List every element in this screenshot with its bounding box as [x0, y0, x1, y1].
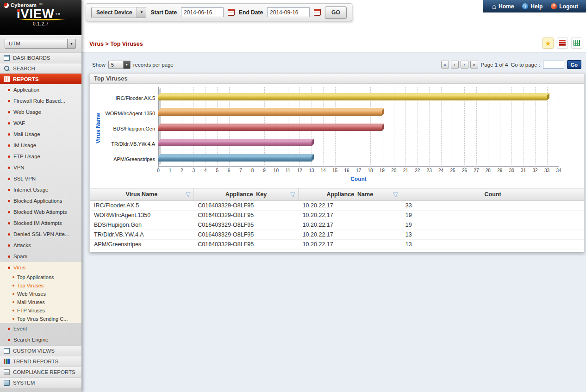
topnav-home[interactable]: ⌂Home	[488, 0, 518, 12]
bullet-icon	[8, 211, 10, 213]
go-button[interactable]: GO	[325, 6, 347, 19]
x-tick-label: 1	[169, 168, 172, 173]
sidebar-item-web-viruses[interactable]: Web Viruses	[0, 290, 81, 298]
sidebar-item-waf[interactable]: WAF	[0, 118, 81, 129]
sidebar-item-application[interactable]: Application	[0, 84, 81, 95]
select-device-dropdown[interactable]: Select Device ▼	[91, 7, 146, 18]
sidebar-item-label: Internet Usage	[13, 187, 48, 193]
x-tick-label: 24	[438, 168, 443, 173]
sidebar-item-event[interactable]: Event	[0, 323, 81, 334]
sidebar-item-search-engine[interactable]: Search Engine	[0, 334, 81, 345]
sidebar-item-label: Top Virus Sending C...	[17, 316, 68, 322]
cyberoam-logo-icon	[4, 3, 9, 8]
x-tick-label: 32	[533, 168, 538, 173]
table-row[interactable]: BDS/Hupigon.GenC016403329-O8LF9510.20.22…	[90, 220, 584, 230]
brand-trademark: TM	[38, 2, 43, 5]
sidebar-item-internet-usage[interactable]: Internet Usage	[0, 184, 81, 195]
sidebar-item-firewall-rule-based[interactable]: Firewall Rule Based...	[0, 95, 81, 106]
bullet-icon	[8, 178, 10, 180]
table-row[interactable]: IRC/Flooder.AX.5C016403329-O8LF9510.20.2…	[90, 201, 584, 211]
goto-page-go-button[interactable]: Go	[567, 60, 581, 69]
x-tick-label: 6	[228, 168, 231, 173]
chart-bar-tr-dldr-vb-yw-4-a[interactable]	[158, 141, 312, 146]
column-header-appliance-name[interactable]: Appliance_Name	[299, 188, 401, 201]
table-row[interactable]: WORM/IrcAgent.1350C016403329-O8LF9510.20…	[90, 211, 584, 220]
sidebar-item-virus[interactable]: Virus	[0, 262, 81, 273]
table-row[interactable]: APM/GreenstripesC016403329-O8LF9510.20.2…	[90, 240, 584, 249]
search-icon	[4, 66, 10, 71]
start-date-input[interactable]	[181, 7, 224, 17]
chart-bar-apm-greenstripes[interactable]	[158, 156, 312, 162]
topnav-logout[interactable]: Logout	[547, 0, 582, 12]
filter-icon[interactable]	[393, 192, 399, 198]
x-tick-label: 22	[415, 168, 420, 173]
sidebar-item-vpn[interactable]: VPN	[0, 162, 81, 173]
sidebar-item-attacks[interactable]: Attacks	[0, 240, 81, 251]
device-type-value: UTM	[5, 39, 67, 48]
topnav-label: Home	[499, 3, 514, 10]
bullet-icon	[12, 318, 14, 320]
gridline	[559, 87, 559, 168]
sidebar-item-blocked-im-attempts[interactable]: Blocked IM Attempts	[0, 218, 81, 229]
column-header-count[interactable]: Count	[401, 188, 584, 201]
filter-icon[interactable]	[290, 192, 296, 198]
sidebar-item-label: Search Engine	[13, 337, 48, 342]
app-logo: Cyberoam TM iVIEWTM 0.1.2.7	[0, 0, 81, 35]
sidebar-item-top-viruses[interactable]: Top Viruses	[0, 281, 81, 290]
sidebar-item-top-applications[interactable]: Top Applications	[0, 273, 81, 281]
chart-bar-bds-hupigon-gen[interactable]	[158, 126, 382, 131]
chart-bar-worm-ircagent-1350[interactable]	[158, 111, 382, 116]
sidebar-item-compliance-reports[interactable]: COMPLIANCE REPORTS	[0, 367, 81, 377]
sidebar-item-search[interactable]: SEARCH	[0, 63, 81, 74]
sidebar-item-web-usage[interactable]: Web Usage	[0, 106, 81, 118]
last-page-button[interactable]: »	[470, 61, 478, 68]
sidebar-item-denied-ssl-vpn-atte[interactable]: Denied SSL VPN Atte...	[0, 229, 81, 240]
prev-page-button[interactable]: ‹	[451, 61, 459, 68]
sidebar-item-ftp-usage[interactable]: FTP Usage	[0, 151, 81, 162]
topnav-help[interactable]: iHelp	[518, 0, 547, 12]
page: Cyberoam TM iVIEWTM 0.1.2.7 UTM ▼ DASHBO…	[0, 0, 586, 392]
sidebar-item-reports[interactable]: REPORTS	[0, 74, 81, 84]
table-row[interactable]: TR/Dldr.VB.YW.4.AC016403329-O8LF9510.20.…	[90, 230, 584, 240]
calendar-icon[interactable]	[314, 9, 321, 16]
sidebar-item-spam[interactable]: Spam	[0, 251, 81, 262]
sidebar-item-im-usage[interactable]: IM Usage	[0, 140, 81, 151]
sidebar-item-label: Application	[13, 87, 39, 93]
sidebar-item-ftp-viruses[interactable]: FTP Viruses	[0, 306, 81, 315]
goto-page-input[interactable]	[543, 61, 564, 68]
sidebar-item-label: COMPLIANCE REPORTS	[13, 369, 75, 375]
pager-buttons: «‹›»	[441, 61, 478, 68]
column-header-virus-name[interactable]: Virus Name	[90, 188, 193, 201]
sidebar-item-top-virus-sending-c[interactable]: Top Virus Sending C...	[0, 315, 81, 323]
sidebar-item-ssl-vpn[interactable]: SSL VPN	[0, 173, 81, 184]
next-page-button[interactable]: ›	[461, 61, 468, 68]
sidebar-item-custom-views[interactable]: CUSTOM VIEWS	[0, 345, 81, 356]
chart-bar-irc-flooder-ax-5[interactable]	[158, 95, 547, 100]
sidebar-item-mail-usage[interactable]: Mail Usage	[0, 129, 81, 140]
sidebar-item-system[interactable]: SYSTEM	[0, 377, 81, 388]
page-size-dropdown[interactable]: 5 ▼	[108, 61, 131, 69]
excel-export-button[interactable]	[571, 37, 582, 49]
chart-category-labels: IRC/Flooder.AX.5WORM/IrcAgent.1350BDS/Hu…	[104, 90, 158, 187]
device-type-dropdown[interactable]: UTM ▼	[5, 39, 76, 49]
bullet-icon	[8, 267, 10, 269]
sidebar-item-mail-viruses[interactable]: Mail Viruses	[0, 298, 81, 306]
bullet-icon	[8, 156, 10, 158]
favorite-button[interactable]: ★	[542, 37, 554, 49]
table-cell: WORM/IrcAgent.1350	[90, 211, 193, 220]
first-page-button[interactable]: «	[441, 61, 449, 68]
sidebar-item-blocked-applications[interactable]: Blocked Applications	[0, 195, 81, 206]
sidebar-item-dashboards[interactable]: DASHBOARDS	[0, 52, 81, 63]
column-header-appliance-key[interactable]: Appliance_Key	[193, 188, 298, 201]
bullet-icon	[12, 276, 14, 278]
filter-icon[interactable]	[185, 192, 191, 198]
end-date-label: End Date	[239, 9, 263, 16]
bullet-icon	[8, 244, 10, 247]
sidebar-item-blocked-web-attempts[interactable]: Blocked Web Attempts	[0, 206, 81, 218]
pdf-export-button[interactable]	[557, 37, 568, 49]
calendar-icon[interactable]	[228, 9, 235, 16]
chart-row	[158, 106, 559, 121]
end-date-input[interactable]	[267, 7, 310, 17]
main: ⌂HomeiHelpLogout Select Device ▼ Start D…	[81, 0, 586, 392]
sidebar-item-trend-reports[interactable]: TREND REPORTS	[0, 356, 81, 367]
